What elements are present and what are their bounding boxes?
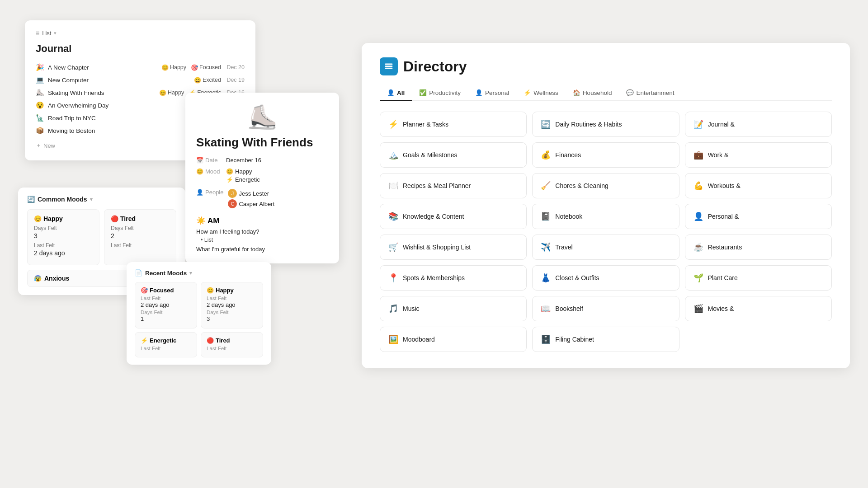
focused-title: 🎯 Focused bbox=[141, 287, 191, 294]
journal-row[interactable]: 🎉A New Chapter😊Happy🎯FocusedDec 20 bbox=[36, 61, 245, 74]
people-row: 👤 People J Jess Lester C Casper Albert bbox=[196, 189, 328, 210]
entry-emoji: 🎉 bbox=[36, 63, 44, 71]
directory-card[interactable]: 🏔️ Goals & Milestones bbox=[380, 142, 527, 168]
directory-card[interactable]: 🗄️ Filing Cabinet bbox=[532, 327, 679, 352]
directory-card[interactable]: 📓 Notebook bbox=[532, 204, 679, 229]
am-grateful: What I'm grateful for today bbox=[196, 246, 328, 253]
directory-card[interactable]: 👤 Personal & bbox=[685, 204, 832, 229]
recent-tired-emoji: 🔴 bbox=[207, 337, 214, 344]
dir-card-label: Planner & Tasks bbox=[403, 121, 448, 128]
directory-card[interactable]: 🛒 Wishlist & Shopping List bbox=[380, 235, 527, 260]
dir-card-icon: 💰 bbox=[541, 150, 551, 160]
mood-badge-2: 🎯Focused bbox=[191, 64, 221, 71]
mood-card-happy[interactable]: 😊 Happy Days Felt 3 Last Felt 2 days ago bbox=[27, 209, 99, 265]
journal-row[interactable]: 💻New Computer😄ExcitedDec 19 bbox=[36, 74, 245, 86]
tab-productivity[interactable]: ✅ Productivity bbox=[412, 85, 468, 101]
skate-image: ⛸️ bbox=[196, 103, 328, 131]
directory-title: Directory bbox=[403, 58, 467, 75]
date-value: December 16 bbox=[226, 157, 261, 164]
directory-card[interactable]: 🔄 Daily Routines & Habits bbox=[532, 112, 679, 137]
recent-energetic-last-felt-label: Last Felt bbox=[141, 346, 191, 351]
entry-name: New Computer bbox=[48, 77, 192, 84]
tab-all[interactable]: 👤 All bbox=[380, 85, 412, 101]
entry-emoji: 🗽 bbox=[36, 114, 44, 122]
recent-mood-energetic[interactable]: ⚡ Energetic Last Felt bbox=[135, 332, 197, 357]
directory-card[interactable]: 💼 Work & bbox=[685, 142, 832, 168]
dir-card-label: Music bbox=[403, 305, 420, 312]
recent-mood-focused[interactable]: 🎯 Focused Last Felt 2 days ago Days Felt… bbox=[135, 282, 197, 328]
refresh-icon: 🔄 bbox=[27, 196, 35, 203]
dir-card-label: Recipes & Meal Planner bbox=[403, 182, 471, 189]
entry-name: Skating With Friends bbox=[48, 89, 157, 96]
directory-card[interactable]: 📖 Bookshelf bbox=[532, 296, 679, 321]
directory-card[interactable]: 🧹 Chores & Cleaning bbox=[532, 173, 679, 198]
dir-card-icon: 📓 bbox=[541, 211, 551, 221]
mood-happy: 😊 Happy bbox=[226, 168, 260, 175]
directory-card[interactable]: 📚 Knowledge & Content bbox=[380, 204, 527, 229]
dir-card-label: Workouts & bbox=[708, 182, 741, 189]
casper-name: Casper Albert bbox=[239, 201, 274, 207]
mood-text-2: Focused bbox=[199, 64, 221, 70]
directory-card[interactable]: 💰 Finances bbox=[532, 142, 679, 168]
happy-mood-emoji: 😊 bbox=[34, 215, 42, 222]
directory-card[interactable]: 🎬 Movies & bbox=[685, 296, 832, 321]
recent-happy-last-felt-label: Last Felt bbox=[207, 296, 257, 301]
dir-card-icon: 🗄️ bbox=[541, 334, 551, 344]
tab-household[interactable]: 🏠 Household bbox=[566, 85, 619, 101]
calendar-icon: 📅 bbox=[196, 157, 203, 164]
dir-card-icon: ☕ bbox=[693, 242, 703, 252]
directory-card[interactable]: 📍 Spots & Memberships bbox=[380, 265, 527, 291]
dir-card-icon: ⚡ bbox=[388, 119, 398, 129]
mood-card-tired[interactable]: 🔴 Tired Days Felt 2 Last Felt bbox=[104, 209, 176, 265]
mood-label: 😊 Mood bbox=[196, 168, 222, 175]
happy-last-felt-label: Last Felt bbox=[34, 242, 93, 249]
dir-card-icon: 🔄 bbox=[541, 119, 551, 129]
directory-card[interactable]: 📝 Journal & bbox=[685, 112, 832, 137]
mood-badge-1: 😊Happy bbox=[161, 64, 186, 71]
directory-card[interactable]: 🎵 Music bbox=[380, 296, 527, 321]
recent-mood-happy[interactable]: 😊 Happy Last Felt 2 days ago Days Felt 3 bbox=[201, 282, 263, 328]
list-icon: ≡ bbox=[36, 29, 39, 37]
panel-header[interactable]: ≡ List ▾ bbox=[36, 29, 245, 37]
directory-card[interactable]: 🖼️ Moodboard bbox=[380, 327, 527, 352]
tab-personal[interactable]: 👤 Personal bbox=[468, 85, 516, 101]
directory-card[interactable]: 🌱 Plant Care bbox=[685, 265, 832, 291]
recent-moods-header: 📄 Recent Moods ▾ bbox=[135, 269, 263, 277]
recent-tired-title: 🔴 Tired bbox=[207, 337, 257, 344]
tab-household-label: Household bbox=[583, 89, 612, 96]
dir-card-label: Chores & Cleaning bbox=[555, 182, 609, 189]
tab-wellness-label: Wellness bbox=[533, 89, 558, 96]
focused-days-felt-label: Days Felt bbox=[141, 310, 191, 315]
recent-happy-title: 😊 Happy bbox=[207, 287, 257, 294]
entertainment-tab-icon: 💬 bbox=[626, 89, 634, 96]
directory-icon bbox=[380, 57, 398, 75]
directory-card[interactable]: 💪 Workouts & bbox=[685, 173, 832, 198]
mood-emoji: 😊 bbox=[161, 64, 169, 71]
focused-last-felt-label: Last Felt bbox=[141, 296, 191, 301]
journal-title: Journal bbox=[36, 43, 245, 55]
directory-card[interactable]: 👗 Closet & Outfits bbox=[532, 265, 679, 291]
mood-text: Happy bbox=[168, 89, 184, 96]
directory-card[interactable]: ☕ Restaurants bbox=[685, 235, 832, 260]
svg-rect-2 bbox=[385, 68, 393, 69]
recent-moods-title: Recent Moods bbox=[145, 270, 187, 277]
directory-card[interactable]: 🍽️ Recipes & Meal Planner bbox=[380, 173, 527, 198]
entry-name: A New Chapter bbox=[48, 64, 160, 71]
dir-card-label: Travel bbox=[555, 244, 572, 251]
people-values: J Jess Lester C Casper Albert bbox=[228, 189, 274, 210]
happy-emoji: 😊 bbox=[226, 168, 233, 175]
recent-mood-tired[interactable]: 🔴 Tired Last Felt bbox=[201, 332, 263, 357]
focused-last-felt: 2 days ago bbox=[141, 301, 191, 308]
tab-wellness[interactable]: ⚡ Wellness bbox=[516, 85, 566, 101]
tab-entertainment[interactable]: 💬 Entertainment bbox=[619, 85, 681, 101]
dir-card-icon: 🖼️ bbox=[388, 334, 398, 344]
list-label: List bbox=[42, 30, 51, 37]
am-list-item: • List bbox=[201, 237, 328, 243]
directory-card[interactable]: ⚡ Planner & Tasks bbox=[380, 112, 527, 137]
mood-row: 😊 Mood 😊 Happy ⚡ Energetic bbox=[196, 168, 328, 184]
new-entry-label: New bbox=[43, 142, 55, 149]
mood-energetic: ⚡ Energetic bbox=[226, 176, 260, 183]
svg-rect-1 bbox=[385, 66, 393, 67]
anxious-emoji: 😰 bbox=[34, 275, 42, 282]
directory-card[interactable]: ✈️ Travel bbox=[532, 235, 679, 260]
